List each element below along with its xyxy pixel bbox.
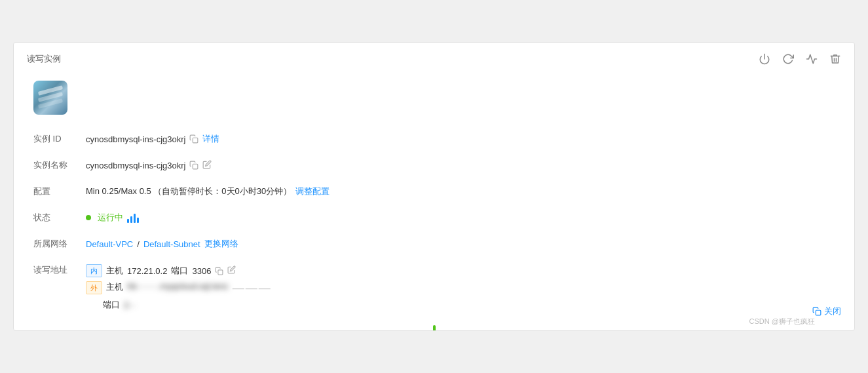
- monitor-chart-icon[interactable]: [127, 212, 139, 223]
- detail-link[interactable]: 详情: [202, 133, 219, 145]
- subnet-link[interactable]: Default-Subnet: [143, 239, 200, 249]
- network-value-row: Default-VPC / Default-Subnet 更换网络: [86, 230, 835, 256]
- id-label: 实例 ID: [33, 125, 86, 151]
- name-edit-icon[interactable]: [202, 160, 212, 171]
- outer-port-value: 2···: [124, 300, 136, 310]
- status-value-row: 运行中: [86, 204, 835, 230]
- name-label: 实例名称: [33, 151, 86, 178]
- inner-port-label: 端口: [171, 265, 188, 277]
- instance-icon: [33, 81, 67, 115]
- status-dot: [86, 215, 91, 220]
- id-value-row: cynosdbmysql-ins-cjg3okrj 详情: [86, 125, 835, 151]
- svg-rect-4: [816, 310, 821, 315]
- outer-host-ellipsis: ———: [233, 281, 272, 295]
- chart-icon[interactable]: [806, 53, 818, 68]
- close-copy-icon: [812, 307, 821, 316]
- svg-rect-3: [218, 269, 223, 274]
- watermark: CSDN @狮子也疯狂: [749, 317, 815, 326]
- config-value-row: Min 0.25/Max 0.5 （自动暂停时长：0天0小时30分钟） 调整配置: [86, 178, 835, 204]
- inner-edit-icon[interactable]: [227, 265, 236, 276]
- outer-host-label: 主机: [106, 281, 123, 293]
- inner-tag: 内: [86, 264, 102, 277]
- refresh-icon[interactable]: [782, 53, 794, 68]
- toolbar: [759, 53, 841, 68]
- inner-port-value: 3306: [192, 266, 211, 276]
- adjust-config-link[interactable]: 调整配置: [295, 186, 330, 197]
- change-network-link[interactable]: 更换网络: [204, 238, 238, 250]
- vpc-link[interactable]: Default-VPC: [86, 239, 133, 249]
- inner-copy-icon[interactable]: [215, 267, 223, 275]
- address-section: 内 主机 172.21.0.2 端口 3306: [86, 264, 272, 311]
- config-value: Min 0.25/Max 0.5 （自动暂停时长：0天0小时30分钟）: [86, 186, 292, 197]
- address-value-section: 内 主机 172.21.0.2 端口 3306: [86, 256, 835, 317]
- outer-port-row: 端口 2···: [86, 299, 272, 311]
- section-title: 读写实例: [27, 53, 841, 65]
- svg-rect-1: [193, 138, 198, 143]
- instance-id: cynosdbmysql-ins-cjg3okrj: [86, 134, 185, 144]
- status-text: 运行中: [98, 212, 123, 224]
- outer-port-label: 端口: [103, 299, 120, 311]
- info-grid: 实例 ID cynosdbmysql-ins-cjg3okrj 详情 实例名称 …: [33, 125, 835, 317]
- instance-name: cynosdbmysql-ins-cjg3okrj: [86, 161, 185, 170]
- outer-host-value: hb·········.myqcloud.sql.tenc: [127, 281, 229, 291]
- instance-detail: 实例 ID cynosdbmysql-ins-cjg3okrj 详情 实例名称 …: [27, 74, 841, 317]
- instance-card-container: 读写实例: [13, 42, 855, 331]
- svg-rect-2: [193, 164, 198, 169]
- inner-host-value: 172.21.0.2: [127, 266, 167, 276]
- inner-host-label: 主机: [106, 265, 123, 277]
- subnet-separator: /: [137, 239, 140, 249]
- network-label: 所属网络: [33, 230, 86, 256]
- close-button[interactable]: 关闭: [812, 305, 841, 317]
- inner-address-row: 内 主机 172.21.0.2 端口 3306: [86, 264, 272, 277]
- status-label: 状态: [33, 204, 86, 230]
- id-copy-icon[interactable]: [189, 134, 198, 144]
- outer-tag: 外: [86, 281, 102, 294]
- address-label: 读写地址: [33, 256, 86, 283]
- power-icon[interactable]: [759, 53, 770, 68]
- delete-icon[interactable]: [829, 53, 841, 68]
- outer-address-row: 外 主机 hb·········.myqcloud.sql.tenc ———: [86, 281, 272, 295]
- close-label[interactable]: 关闭: [824, 305, 841, 317]
- config-label: 配置: [33, 178, 86, 204]
- name-value-row: cynosdbmysql-ins-cjg3okrj: [86, 151, 835, 178]
- name-copy-icon[interactable]: [189, 161, 198, 170]
- bottom-indicator: [433, 325, 436, 330]
